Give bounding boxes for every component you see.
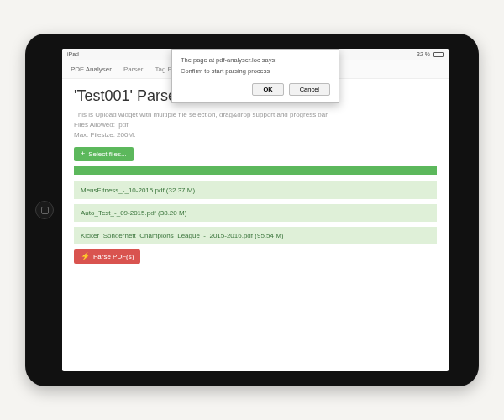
select-files-label: Select files... [88,150,126,158]
navbar-brand[interactable]: PDF Analyser [71,66,112,73]
status-right: 32 % [417,51,444,57]
desc-line-3: Max. Filesize: 200M. [74,130,437,139]
nav-item-parser[interactable]: Parser [123,66,144,73]
content: 'Test001' Parser This is Upload widget w… [62,79,449,270]
lightning-icon: ⚡ [81,253,90,260]
home-button[interactable] [35,201,54,219]
dialog-message: Confirm to start parsing process [181,67,330,75]
status-device: iPad [67,51,79,57]
dialog-origin: The page at pdf-analyser.loc says: [181,56,330,64]
file-row[interactable]: MensFitness_-_10-2015.pdf (32.37 M) [74,181,437,199]
select-files-button[interactable]: + Select files... [74,147,134,161]
screen: iPad 3:14 PM 32 % PDF Analyser Parser Ta… [62,49,449,371]
ok-button[interactable]: OK [252,83,283,96]
file-row[interactable]: Kicker_Sonderheft_Champions_League_-_201… [74,227,437,244]
plus-icon: + [81,150,85,158]
file-size: 32.37 M [169,186,193,194]
file-name: Auto_Test_-_09-2015.pdf [81,209,156,217]
file-name: Kicker_Sonderheft_Champions_League_-_201… [81,232,253,239]
parse-pdf-button[interactable]: ⚡ Parse PDF(s) [74,249,140,264]
file-size: 95.54 M [257,232,281,239]
ipad-frame: iPad 3:14 PM 32 % PDF Analyser Parser Ta… [25,34,479,386]
cancel-button[interactable]: Cancel [289,83,330,96]
file-size: 38.20 M [160,209,185,217]
file-name: MensFitness_-_10-2015.pdf [81,186,165,194]
progress-bar [74,166,437,175]
desc-line-2: Files Allowed: .pdf. [74,120,437,129]
page-description: This is Upload widget with multiple file… [74,110,437,140]
file-row[interactable]: Auto_Test_-_09-2015.pdf (38.20 M) [74,204,437,222]
confirm-dialog: The page at pdf-analyser.loc says: Confi… [171,49,339,103]
battery-percent: 32 % [417,51,430,57]
battery-icon [433,52,444,57]
parse-pdf-label: Parse PDF(s) [93,253,134,260]
desc-line-1: This is Upload widget with multiple file… [74,110,437,119]
